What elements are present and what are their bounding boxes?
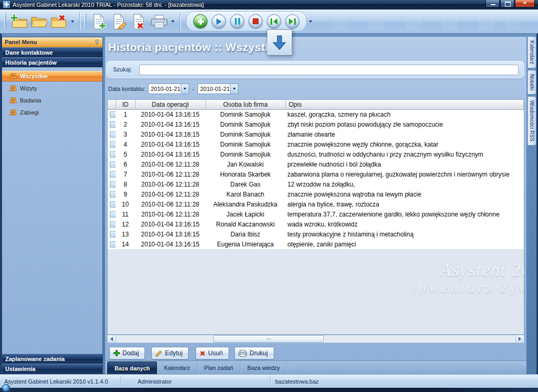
database-close-button[interactable]: [49, 11, 69, 33]
delete-button[interactable]: Usuń: [195, 347, 229, 359]
scroll-left-button[interactable]: [108, 335, 116, 343]
start-orb-button[interactable]: [2, 384, 10, 392]
date-to-combobox[interactable]: 2010-01-21: [198, 84, 239, 94]
pause-button[interactable]: [230, 14, 244, 28]
next-record-button[interactable]: [285, 14, 299, 28]
row-select-cell[interactable]: [108, 119, 116, 129]
table-row[interactable]: 122010-01-04 13:16:15Ronald Kaczanowskiw…: [108, 219, 524, 229]
dropdown-arrow-icon[interactable]: [71, 20, 74, 23]
database-open-button[interactable]: [29, 11, 49, 33]
sidebar-item-zabiegi[interactable]: Zabiegi: [2, 107, 102, 118]
table-row[interactable]: 42010-01-04 13:16:15Dominik Samojlukznac…: [108, 139, 524, 149]
tab-kalendarz[interactable]: Kalendarz: [157, 361, 198, 374]
side-tab-notatki[interactable]: Notatki: [527, 70, 536, 95]
row-select-cell[interactable]: [108, 139, 116, 149]
row-select-cell[interactable]: [108, 189, 116, 199]
scrollbar-track[interactable]: [116, 335, 515, 343]
cell-data-operacji: 2010-01-04 13:16:15: [135, 139, 205, 149]
date-filter-row: Data kontaktu: 2010-01-21 - 2010-01-21: [107, 83, 522, 96]
record-edit-button[interactable]: [109, 11, 129, 33]
column-header-id[interactable]: ID: [116, 100, 135, 109]
scroll-right-button[interactable]: [515, 335, 524, 343]
table-row[interactable]: 102010-01-06 12:11:28Aleksandra Paskudzk…: [108, 199, 524, 209]
sidebar-section-zaplanowane-zadania[interactable]: Zaplanowane zadania: [2, 354, 102, 364]
sidebar-section-dane-kontaktowe[interactable]: Dane kontaktowe: [2, 47, 102, 57]
date-from-combobox[interactable]: 2010-01-21: [148, 84, 189, 94]
minimize-button[interactable]: [485, 0, 500, 7]
app-window: Asystent Gabinet Lekarski 2010 TRIAL - P…: [0, 0, 538, 392]
table-row[interactable]: 142010-01-04 13:16:15Eugenia Umierającao…: [108, 239, 524, 249]
row-select-cell[interactable]: [108, 169, 116, 179]
row-select-cell[interactable]: [108, 229, 116, 239]
column-select-header[interactable]: [108, 100, 116, 109]
previous-record-button[interactable]: [267, 14, 281, 28]
scrollbar-thumb[interactable]: [213, 335, 324, 343]
close-button[interactable]: [515, 0, 535, 7]
tab-baza-danych[interactable]: Baza danych: [107, 362, 157, 374]
tab-baza-wiedzy[interactable]: Baza wiedzy: [241, 361, 287, 374]
table-row[interactable]: 22010-01-04 13:16:15Dominik Samojlukzbyt…: [108, 119, 524, 129]
table-row[interactable]: 72010-01-06 12:11:28Honorata Skarbekzaba…: [108, 169, 524, 179]
stop-button[interactable]: [249, 14, 263, 28]
sidebar-item-wszystkie[interactable]: Wszystkie: [2, 71, 102, 81]
search-input[interactable]: [139, 65, 519, 75]
horizontal-scrollbar[interactable]: [107, 335, 524, 343]
table-row[interactable]: 32010-01-04 13:16:15Dominik Samojlukzłam…: [108, 129, 524, 139]
row-select-cell[interactable]: [108, 199, 116, 209]
cell-id: 11: [116, 209, 135, 219]
row-select-cell[interactable]: [108, 129, 116, 139]
row-select-cell[interactable]: [108, 239, 116, 249]
dropdown-arrow-icon[interactable]: [171, 20, 174, 23]
row-select-cell[interactable]: [108, 179, 116, 189]
folder-open-icon: [30, 14, 48, 29]
dropdown-button[interactable]: [181, 84, 189, 94]
row-select-cell[interactable]: [108, 159, 116, 169]
tab-plan-zadan[interactable]: Plan zadań: [198, 361, 241, 374]
cell-id: 5: [116, 149, 135, 159]
sidebar-section-ustawienia[interactable]: Ustawienia: [2, 364, 102, 374]
add-circle-button[interactable]: [193, 14, 208, 28]
table-row[interactable]: 52010-01-04 13:16:15Dominik Samojlukdusz…: [108, 149, 524, 159]
maximize-button[interactable]: [500, 0, 514, 7]
toolbar-separator: [180, 13, 181, 30]
cell-opis: zbyt niski poziom potasu powodujący złe …: [285, 119, 524, 129]
row-select-cell[interactable]: [108, 219, 116, 229]
dropdown-arrow-icon[interactable]: [309, 20, 312, 23]
side-tab-kalendarz[interactable]: Kalendarz: [527, 36, 536, 68]
side-tab-wiadomosci-rss[interactable]: Wiadomości RSS: [527, 96, 536, 146]
edit-button[interactable]: Edytuj: [151, 347, 189, 359]
table-row[interactable]: 62010-01-06 12:11:28Jan Kowalskiprzewlek…: [108, 159, 524, 169]
row-select-cell[interactable]: [108, 109, 116, 119]
print-button[interactable]: [149, 11, 169, 33]
row-select-cell[interactable]: [108, 149, 116, 159]
table-row[interactable]: 112010-01-06 12:11:28Jacek Łapickitemper…: [108, 209, 524, 219]
table-row[interactable]: 12010-01-04 13:16:15Dominik Samojlukkasz…: [108, 109, 524, 119]
record-delete-button[interactable]: [129, 11, 149, 33]
column-header-data-operacji[interactable]: Data operacji: [135, 100, 205, 109]
status-database: bazatestowa.baz: [275, 378, 319, 385]
add-button[interactable]: Dodaj: [109, 347, 145, 359]
right-arrow-icon: [519, 337, 521, 341]
table-row[interactable]: 92010-01-06 12:11:28Karol Banachznacznie…: [108, 189, 524, 199]
database-new-button[interactable]: [9, 11, 29, 33]
sidebar-item-wizyty[interactable]: Wizyty: [2, 83, 102, 94]
dock-down-arrow-overlay[interactable]: [267, 29, 292, 55]
table-row[interactable]: 132010-01-04 13:16:15Daria Ibisztesty pr…: [108, 229, 524, 239]
cell-id: 6: [116, 159, 135, 169]
row-select-cell[interactable]: [108, 209, 116, 219]
cell-data-operacji: 2010-01-04 13:16:15: [135, 229, 205, 239]
column-header-osoba[interactable]: Osoba lub firma: [205, 100, 285, 109]
watermark-line1: Asystent 20: [412, 261, 524, 280]
pin-icon[interactable]: [94, 39, 100, 45]
sidebar-item-badania[interactable]: Badania: [2, 95, 102, 106]
record-add-button[interactable]: [89, 11, 109, 33]
print-button-label: Drukuj: [250, 349, 268, 357]
sidebar-section-historia-pacjentow[interactable]: Historia pacjentów: [2, 57, 102, 67]
play-button[interactable]: [212, 14, 226, 28]
column-header-opis[interactable]: Opis: [285, 100, 524, 109]
dropdown-button[interactable]: [230, 84, 238, 94]
cell-osoba: Aleksandra Paskudzka: [205, 199, 285, 209]
red-x-icon: [200, 350, 205, 356]
table-row[interactable]: 82010-01-06 12:11:28Darek Gas12 wrzodów …: [108, 179, 524, 189]
print-action-button[interactable]: Drukuj: [234, 347, 274, 359]
